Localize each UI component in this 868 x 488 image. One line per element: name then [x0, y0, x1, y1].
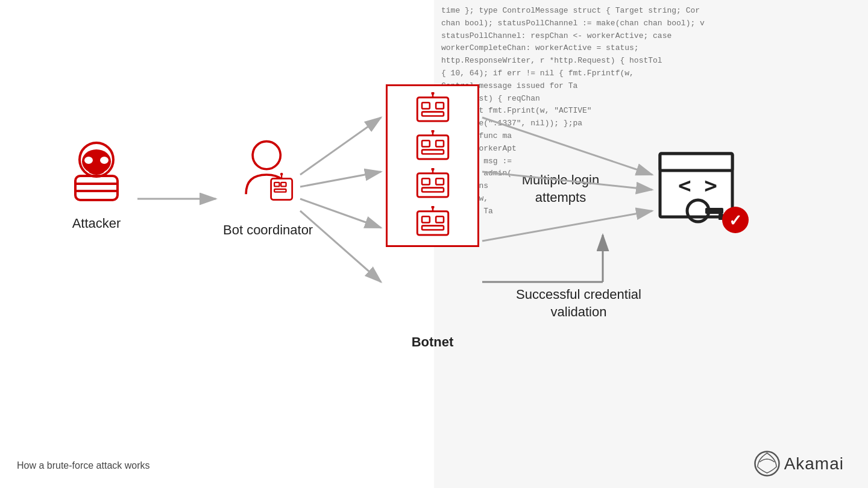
- akamai-icon: [753, 450, 781, 477]
- svg-text:✓: ✓: [729, 211, 742, 230]
- svg-rect-34: [422, 216, 430, 222]
- svg-rect-22: [422, 140, 430, 146]
- success-label: Successful credential validation: [494, 286, 663, 321]
- svg-line-56: [482, 117, 652, 175]
- server-key-icon: < > ✓: [657, 142, 753, 238]
- svg-point-32: [431, 168, 434, 170]
- svg-text:< >: < >: [678, 173, 717, 198]
- akamai-text: Akamai: [784, 454, 844, 474]
- svg-rect-29: [436, 178, 444, 184]
- svg-rect-24: [422, 150, 444, 154]
- svg-point-7: [88, 165, 105, 175]
- svg-point-20: [431, 92, 434, 95]
- robot-icon-1: [415, 92, 451, 125]
- svg-rect-43: [705, 208, 723, 214]
- botnet-box: [386, 84, 479, 247]
- svg-rect-30: [422, 188, 444, 192]
- svg-point-6: [100, 157, 108, 164]
- attacker-label: Attacker: [72, 216, 121, 231]
- svg-rect-28: [422, 178, 430, 184]
- svg-point-26: [431, 130, 434, 133]
- bot-coordinator-group: Bot coordinator: [223, 139, 313, 239]
- footer-label: How a brute-force attack works: [17, 460, 150, 471]
- svg-point-14: [280, 173, 283, 176]
- svg-line-58: [482, 211, 652, 241]
- robot-icon-3: [415, 168, 451, 201]
- svg-point-5: [84, 157, 93, 164]
- svg-point-38: [431, 206, 434, 208]
- svg-rect-35: [436, 216, 444, 222]
- svg-rect-17: [436, 102, 444, 108]
- login-attempts-label: Multiple loginattempts: [500, 172, 621, 206]
- attacker-group: Attacker: [66, 139, 127, 231]
- bot-coordinator-label: Bot coordinator: [223, 222, 313, 239]
- robot-icon-4: [415, 206, 451, 239]
- svg-rect-16: [422, 102, 430, 108]
- botnet-label: Botnet: [386, 334, 479, 350]
- attacker-icon: [66, 139, 127, 205]
- svg-rect-36: [422, 226, 444, 230]
- svg-rect-0: [75, 176, 118, 200]
- robot-icon-2: [415, 130, 451, 163]
- akamai-logo: Akamai: [753, 450, 844, 477]
- svg-rect-40: [660, 154, 732, 170]
- diagram-area: Attacker Bot coordinator: [0, 0, 868, 488]
- svg-point-8: [253, 142, 280, 169]
- bot-coordinator-icon: [235, 139, 301, 211]
- svg-rect-23: [436, 140, 444, 146]
- svg-rect-18: [422, 112, 444, 116]
